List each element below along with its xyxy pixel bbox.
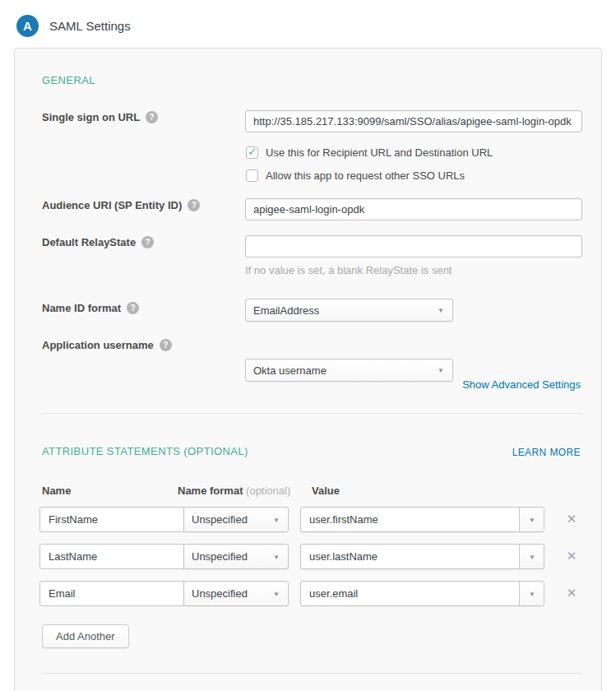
help-icon[interactable]	[141, 236, 154, 248]
attribute-value-dropdown-button[interactable]	[519, 508, 544, 531]
attribute-value-dropdown-button[interactable]	[519, 545, 544, 568]
attribute-row: Unspecified	[39, 581, 601, 606]
attribute-value-combo	[300, 507, 544, 532]
help-icon[interactable]	[127, 302, 139, 314]
chevron-down-icon	[438, 307, 444, 314]
attribute-value-combo	[300, 544, 544, 569]
audience-uri-input[interactable]	[245, 198, 582, 220]
column-header-name-format: Name format (optional)	[178, 485, 290, 497]
saml-settings-header: A SAML Settings	[16, 15, 131, 37]
attribute-value-input[interactable]	[301, 582, 519, 605]
relay-state-input[interactable]	[245, 235, 582, 257]
chevron-down-icon	[273, 553, 280, 560]
sso-url-input[interactable]	[245, 110, 582, 132]
attribute-name-input[interactable]	[39, 507, 184, 532]
attribute-value-combo	[300, 581, 544, 606]
attribute-name-input[interactable]	[39, 544, 184, 569]
audience-uri-label: Audience URI (SP Entity ID)	[42, 199, 200, 211]
other-sso-checkbox[interactable]	[246, 169, 258, 182]
help-icon[interactable]	[160, 339, 172, 351]
bottom-divider	[42, 673, 582, 674]
attribute-value-input[interactable]	[301, 545, 519, 568]
remove-attribute-button[interactable]	[563, 548, 580, 564]
attribute-value-input[interactable]	[301, 508, 519, 531]
step-a-badge: A	[16, 15, 39, 37]
recipient-url-checkbox-label: Use this for Recipient URL and Destinati…	[266, 146, 493, 159]
application-username-select[interactable]: Okta username	[245, 359, 453, 382]
learn-more-link[interactable]: LEARN MORE	[512, 447, 581, 458]
name-id-format-select[interactable]: EmailAddress	[245, 299, 453, 322]
recipient-url-checkbox-row: Use this for Recipient URL and Destinati…	[246, 146, 493, 159]
column-header-name: Name	[42, 485, 71, 497]
relay-state-helper-text: If no value is set, a blank RelayState i…	[245, 264, 452, 276]
show-advanced-settings-link[interactable]: Show Advanced Settings	[462, 378, 581, 391]
attribute-value-dropdown-button[interactable]	[519, 582, 544, 605]
column-header-value: Value	[312, 485, 340, 497]
chevron-down-icon	[273, 516, 280, 523]
other-sso-checkbox-row: Allow this app to request other SSO URLs	[246, 169, 465, 182]
add-another-button[interactable]: Add Another	[42, 624, 129, 648]
chevron-down-icon	[438, 367, 444, 374]
attribute-row: Unspecified	[39, 507, 601, 532]
attribute-name-format-select[interactable]: Unspecified	[183, 581, 289, 606]
chevron-down-icon	[529, 553, 535, 560]
attribute-row: Unspecified	[39, 544, 601, 569]
attribute-rows: Unspecified Unspecified	[39, 507, 601, 618]
remove-attribute-button[interactable]	[563, 511, 580, 527]
attribute-name-format-select[interactable]: Unspecified	[183, 544, 289, 569]
remove-attribute-button[interactable]	[563, 585, 580, 601]
relay-state-label: Default RelayState	[42, 236, 154, 248]
application-username-label: Application username	[42, 339, 172, 351]
saml-settings-panel: GENERAL Single sign on URL Use this for …	[14, 48, 602, 691]
section-divider	[42, 413, 582, 414]
attribute-name-format-select[interactable]: Unspecified	[183, 507, 289, 532]
general-section-title: GENERAL	[42, 74, 95, 86]
name-id-format-label: Name ID format	[42, 302, 139, 314]
other-sso-checkbox-label: Allow this app to request other SSO URLs	[266, 169, 465, 182]
attribute-name-input[interactable]	[39, 581, 184, 606]
attribute-statements-section-title: ATTRIBUTE STATEMENTS (OPTIONAL)	[42, 445, 248, 457]
recipient-url-checkbox[interactable]	[246, 146, 258, 159]
sso-url-label: Single sign on URL	[42, 111, 158, 123]
chevron-down-icon	[273, 590, 280, 597]
chevron-down-icon	[529, 516, 535, 523]
help-icon[interactable]	[188, 199, 200, 211]
chevron-down-icon	[529, 590, 535, 597]
help-icon[interactable]	[146, 111, 158, 123]
page-title: SAML Settings	[49, 19, 131, 33]
